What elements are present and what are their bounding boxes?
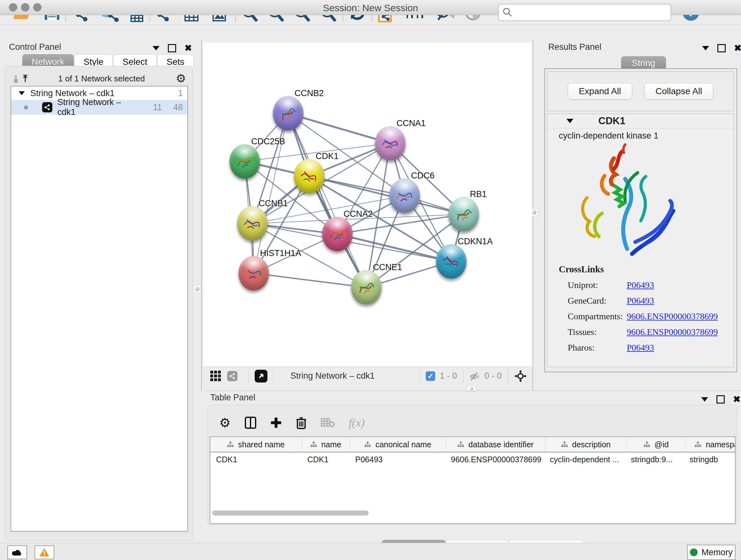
hidden-node-edge-counts: 0 - 0 <box>484 371 502 381</box>
gene-card-header[interactable]: CDK1 <box>547 114 734 128</box>
network-node-label: CDC6 <box>411 171 434 181</box>
expand-all-button[interactable]: Expand All <box>568 83 632 100</box>
table-row[interactable]: CDK1CDK1P064939606.ENSP00000378699cyclin… <box>210 452 735 466</box>
crosslink-link[interactable]: 9606.ENSP00000378699 <box>627 327 718 337</box>
network-node-label: CCNB1 <box>259 199 288 208</box>
protein-thumbnail <box>380 134 401 152</box>
function-builder-icon[interactable]: f(x) <box>349 416 365 429</box>
column-header-shared-name[interactable]: shared name <box>210 437 302 452</box>
crosslink-link[interactable]: 9606.ENSP00000378699 <box>627 311 718 321</box>
columns-icon[interactable] <box>245 417 256 429</box>
expand-collapse-panel: Expand All Collapse All <box>547 71 734 111</box>
delete-table-icon[interactable] <box>321 417 335 428</box>
table-splitter[interactable] <box>203 390 741 391</box>
cell-description[interactable]: cyclin-dependent ... <box>544 455 625 464</box>
network-edge[interactable] <box>288 113 366 287</box>
close-results-icon[interactable]: ✖ <box>734 45 741 51</box>
crosslink-row: Tissues:9606.ENSP00000378699 <box>559 327 718 337</box>
control-panel: Control Panel ✖ NetworkStyleSelectSets ⤓… <box>0 40 201 543</box>
network-node-label: CDKN1A <box>458 237 493 246</box>
protein-thumbnail <box>453 205 475 223</box>
protein-thumbnail <box>277 105 299 122</box>
gene-card: CDK1 cyclin-dependent kinase 1 <box>547 114 734 367</box>
network-edge[interactable] <box>254 273 367 288</box>
network-share-icon <box>42 102 52 112</box>
table-hscrollbar[interactable] <box>212 510 368 516</box>
search-icon <box>502 7 512 17</box>
gene-collapse-icon[interactable] <box>566 119 574 123</box>
table-gear-icon[interactable]: ⚙ <box>219 416 231 429</box>
network-edges <box>203 43 532 367</box>
network-node-hist1h1a[interactable] <box>239 256 269 291</box>
crosslink-row: Pharos:P06493 <box>559 343 718 353</box>
cell--id[interactable]: stringdb:9... <box>625 455 684 464</box>
column-header-database-identifier[interactable]: database identifier <box>446 437 545 452</box>
crosslink-link[interactable]: P06493 <box>627 343 654 353</box>
close-panel-icon[interactable]: ✖ <box>185 45 192 51</box>
column-header-namespace[interactable]: namespace <box>686 437 736 452</box>
sitemap-icon <box>458 442 464 447</box>
network-node-cdc25b[interactable] <box>229 144 260 179</box>
memory-button[interactable]: Memory <box>687 545 736 560</box>
cell-canonical-name[interactable]: P06493 <box>349 455 445 464</box>
network-node-rb1[interactable] <box>448 197 479 232</box>
collapse-all-button[interactable]: Collapse All <box>644 83 713 100</box>
network-edge[interactable] <box>288 113 390 143</box>
column-header-name[interactable]: name <box>302 437 350 452</box>
crosslink-link[interactable]: P06493 <box>627 296 654 306</box>
float-table-icon[interactable] <box>717 395 725 403</box>
network-node-cdk1[interactable] <box>294 159 325 193</box>
cell-namespace[interactable]: stringdb <box>684 455 736 464</box>
network-edge[interactable] <box>309 176 464 214</box>
collapse-results-icon[interactable] <box>702 46 709 51</box>
collapse-all-networks-icon[interactable]: ⤓ <box>14 74 18 83</box>
network-node-cdc6[interactable] <box>389 179 420 213</box>
network-node-ccna2[interactable] <box>322 217 353 251</box>
expand-all-networks-icon[interactable]: ⤒ <box>23 74 27 83</box>
crosslink-label: Uniprot: <box>568 280 627 290</box>
network-node-ccnb1[interactable] <box>237 206 268 241</box>
cell-database-identifier[interactable]: 9606.ENSP00000378699 <box>445 455 544 464</box>
close-table-icon[interactable]: ✖ <box>733 396 740 402</box>
detach-view-icon[interactable] <box>255 370 267 382</box>
crosslink-label: Pharos: <box>568 343 627 353</box>
collapse-panel-icon[interactable] <box>152 46 159 51</box>
network-row-selected[interactable]: String Network – cdk1 11 48 <box>11 100 187 115</box>
grid-view-icon[interactable] <box>210 371 221 381</box>
left-splitter-handle[interactable] <box>193 285 201 293</box>
column-header-description[interactable]: description <box>545 437 627 452</box>
float-results-icon[interactable] <box>718 44 726 52</box>
collapse-table-icon[interactable] <box>701 397 708 401</box>
crosslink-link[interactable]: P06493 <box>627 280 654 290</box>
search-input[interactable] <box>498 4 671 21</box>
sitemap-icon <box>227 442 233 447</box>
protein-thumbnail <box>441 253 462 270</box>
float-panel-icon[interactable] <box>168 44 176 52</box>
network-node-label: CDC25B <box>251 137 285 146</box>
selected-checkbox-icon[interactable]: ✓ <box>426 371 435 381</box>
sitemap-icon <box>644 442 650 447</box>
protein-thumbnail <box>394 187 415 205</box>
cloud-button[interactable] <box>7 545 27 559</box>
left-splitter[interactable] <box>201 40 202 391</box>
collection-expand-icon[interactable] <box>19 91 25 95</box>
cell-shared-name[interactable]: CDK1 <box>210 455 301 464</box>
string-results-box: Expand All Collapse All CDK1 cyclin-depe… <box>544 68 737 372</box>
network-node-ccne1[interactable] <box>351 270 382 305</box>
trash-icon[interactable] <box>296 416 307 429</box>
gear-icon[interactable]: ⚙ <box>176 72 186 85</box>
plus-icon[interactable] <box>270 417 282 428</box>
network-node-cdkn1a[interactable] <box>436 244 467 279</box>
column-header-canonical-name[interactable]: canonical name <box>350 437 446 452</box>
network-canvas[interactable]: CCNB2CCNA1CDC25BCDK1CDC6RB1CCNB1CCNA2CDK… <box>203 43 532 367</box>
network-node-ccnb2[interactable] <box>273 96 304 131</box>
protein-thumbnail <box>242 214 263 233</box>
network-overview-icon[interactable] <box>227 371 238 381</box>
column-header--id[interactable]: @id <box>627 437 686 452</box>
crosshair-icon[interactable] <box>514 369 527 383</box>
warning-button[interactable] <box>35 545 54 559</box>
network-node-label: RB1 <box>470 189 487 199</box>
network-node-ccna1[interactable] <box>375 126 406 161</box>
network-list: String Network – cdk1 1 String Network –… <box>10 86 188 532</box>
cell-name[interactable]: CDK1 <box>301 455 349 464</box>
